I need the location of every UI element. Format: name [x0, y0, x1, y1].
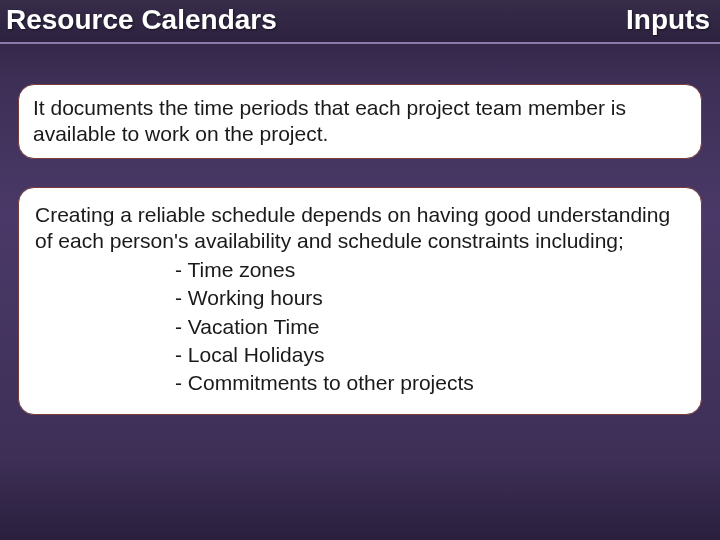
bullet-item: Time zones [175, 256, 685, 284]
callout-text-1: It documents the time periods that each … [33, 96, 626, 145]
callout-box-2: Creating a reliable schedule depends on … [18, 187, 702, 415]
bullet-item: Working hours [175, 284, 685, 312]
bullet-item: Commitments to other projects [175, 369, 685, 397]
slide-header: Resource Calendars Inputs [0, 0, 720, 44]
callout-intro-2: Creating a reliable schedule depends on … [35, 202, 685, 255]
bullet-item: Vacation Time [175, 313, 685, 341]
slide-title: Resource Calendars [6, 4, 277, 36]
bullet-item: Local Holidays [175, 341, 685, 369]
bullet-list: Time zones Working hours Vacation Time L… [35, 256, 685, 398]
slide-body: It documents the time periods that each … [0, 44, 720, 415]
slide-section-label: Inputs [626, 4, 710, 36]
callout-box-1: It documents the time periods that each … [18, 84, 702, 159]
